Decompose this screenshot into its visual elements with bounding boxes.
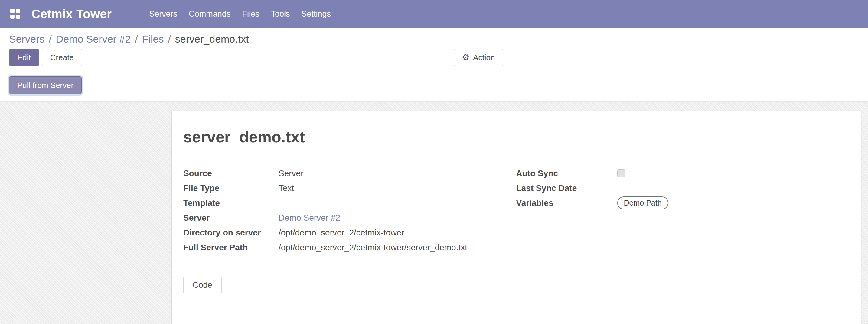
form-view-background: server_demo.txt Source Server File Type …	[0, 102, 868, 324]
right-field-group: Auto Sync Last Sync Date Variables Demo …	[516, 166, 849, 210]
notebook-tabs: Code	[183, 277, 849, 293]
apps-grid-icon[interactable]	[10, 9, 21, 19]
field-value-server-link[interactable]: Demo Server #2	[279, 213, 340, 223]
tab-code[interactable]: Code	[183, 277, 222, 293]
field-value-source: Server	[279, 166, 516, 181]
menu-item-settings[interactable]: Settings	[298, 5, 335, 23]
breadcrumb-separator: /	[168, 33, 170, 45]
action-menu-button[interactable]: ⚙ Action	[454, 48, 503, 66]
left-field-group: Source Server File Type Text Template Se…	[183, 166, 516, 255]
field-label-template: Template	[183, 196, 279, 210]
menu-item-files[interactable]: Files	[238, 5, 263, 23]
field-value-template	[279, 196, 516, 210]
create-button[interactable]: Create	[42, 48, 82, 66]
field-groups: Source Server File Type Text Template Se…	[183, 166, 849, 255]
menu-item-commands[interactable]: Commands	[185, 5, 234, 23]
form-toolbar: Edit Create ⚙ Action	[0, 46, 868, 70]
field-label-directory: Directory on server	[183, 225, 279, 240]
field-label-variables: Variables	[516, 196, 612, 210]
gear-icon: ⚙	[462, 53, 469, 62]
menu-item-tools[interactable]: Tools	[267, 5, 293, 23]
auto-sync-checkbox[interactable]	[617, 169, 625, 177]
top-navbar: Cetmix Tower Servers Commands Files Tool…	[0, 0, 868, 28]
field-value-full-path: /opt/demo_server_2/cetmix-tower/server_d…	[279, 240, 516, 255]
variable-tag-demo-path: Demo Path	[617, 196, 669, 209]
breadcrumb-separator: /	[135, 33, 137, 45]
apps-grid-square	[10, 14, 14, 19]
field-value-file-type: Text	[279, 181, 516, 196]
apps-grid-square	[16, 14, 20, 19]
breadcrumb-demo-server[interactable]: Demo Server #2	[56, 33, 131, 45]
edit-button[interactable]: Edit	[9, 48, 39, 66]
main-menu: Servers Commands Files Tools Settings	[146, 5, 335, 23]
menu-item-servers[interactable]: Servers	[146, 5, 181, 23]
breadcrumb-current-file: server_demo.txt	[175, 33, 249, 45]
field-label-source: Source	[183, 166, 279, 181]
field-label-server: Server	[183, 210, 279, 225]
field-value-last-sync-date	[612, 181, 849, 196]
field-label-last-sync-date: Last Sync Date	[516, 181, 612, 196]
record-title: server_demo.txt	[183, 128, 849, 146]
app-brand-title[interactable]: Cetmix Tower	[31, 7, 112, 21]
breadcrumb-separator: /	[49, 33, 52, 45]
field-value-directory: /opt/demo_server_2/cetmix-tower	[279, 225, 516, 240]
field-label-auto-sync: Auto Sync	[516, 166, 612, 181]
field-label-full-path: Full Server Path	[183, 240, 279, 255]
breadcrumb: Servers / Demo Server #2 / Files / serve…	[0, 28, 868, 46]
form-sheet: server_demo.txt Source Server File Type …	[172, 110, 861, 324]
action-button-label: Action	[473, 53, 495, 62]
apps-grid-square	[10, 9, 14, 13]
custom-actions-row: Pull from Server	[0, 70, 868, 102]
apps-grid-square	[16, 9, 20, 13]
breadcrumb-files[interactable]: Files	[142, 33, 164, 45]
code-tab-content	[183, 293, 849, 324]
breadcrumb-servers[interactable]: Servers	[9, 33, 44, 45]
pull-from-server-button[interactable]: Pull from Server	[9, 76, 82, 94]
field-label-file-type: File Type	[183, 181, 279, 196]
